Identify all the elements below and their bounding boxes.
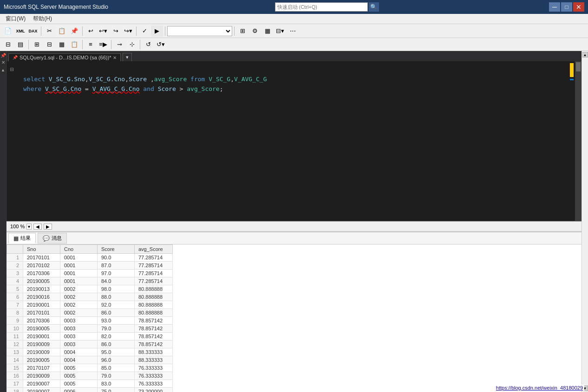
data-cell: 79.0	[98, 325, 135, 333]
row-num-cell: 9	[7, 317, 23, 325]
data-cell: 78.857142	[135, 325, 173, 333]
row-num-cell: 7	[7, 301, 23, 309]
data-cell: 92.0	[98, 301, 135, 309]
data-cell: 20190005	[23, 325, 60, 333]
table-row: 1720190007000583.076.333333	[7, 380, 173, 388]
data-cell: 0002	[60, 285, 98, 293]
col-rownum	[7, 245, 23, 254]
title-bar: Microsoft SQL Server Management Studio 🔍…	[0, 0, 588, 14]
tb2-1[interactable]: ⊟	[2, 39, 14, 50]
tb-extra[interactable]: ⋯	[287, 26, 299, 37]
tab-close-icon[interactable]: ✕	[113, 55, 117, 60]
table-row: 1520170107000585.076.333333	[7, 364, 173, 372]
data-cell: 88.0	[98, 293, 135, 301]
menu-window[interactable]: 窗口(W)	[2, 14, 29, 24]
search-button[interactable]: 🔍	[369, 2, 379, 12]
tb2-7[interactable]: ≡	[85, 39, 97, 50]
tb-paste[interactable]: 📌	[68, 26, 80, 37]
tb2-9[interactable]: ⊸	[113, 39, 125, 50]
tb-new[interactable]: 📄	[2, 26, 14, 37]
tb-filter[interactable]: ⊞	[236, 26, 248, 37]
scroll-left-button[interactable]: ◀	[33, 224, 42, 230]
tb-grid[interactable]: ⊟▾	[274, 26, 286, 37]
data-cell: 77.285714	[135, 277, 173, 285]
close-panel-icon[interactable]: ✕	[1, 60, 5, 65]
tb2-8[interactable]: ≡▶	[97, 39, 109, 50]
editor-area[interactable]: ⊟ select V_SC_G.Sno,V_SC_G.Cno,Score ,av…	[7, 61, 581, 221]
tb-table[interactable]: ▦	[261, 26, 274, 37]
menu-bar: 窗口(W) 帮助(H)	[0, 14, 588, 24]
zoom-dropdown-button[interactable]: ▾	[26, 224, 32, 230]
row-num-cell: 11	[7, 333, 23, 341]
data-cell: 0004	[60, 348, 98, 356]
code-content[interactable]: select V_SC_G.Sno,V_SC_G.Cno,Score ,avg_…	[18, 61, 568, 221]
data-cell: 20190009	[23, 372, 60, 380]
pin-icon[interactable]: 📌	[0, 53, 6, 58]
data-cell: 0002	[60, 293, 98, 301]
results-tab[interactable]: ▦ 结果	[8, 233, 36, 244]
data-cell: 73.200000	[135, 388, 173, 392]
tb-redo[interactable]: ↪	[110, 26, 122, 37]
tb-dax[interactable]: DAX	[27, 26, 39, 37]
scroll-right-button[interactable]: ▶	[44, 224, 52, 230]
quick-search-input[interactable]	[275, 2, 368, 12]
data-cell: 20190007	[23, 380, 60, 388]
tb2-11[interactable]: ↺	[142, 39, 154, 50]
scroll-up-button[interactable]: ▲	[582, 52, 588, 58]
tb2-5[interactable]: ▦	[56, 39, 68, 50]
toolbar-1: 📄 XML DAX ✂ 📋 📌 ↩ ↩▾ ↪ ↪▾ ✓ ▶ ⊞ ⚙ ▦ ⊟▾ ⋯	[0, 24, 588, 38]
tb2-2[interactable]: ▤	[14, 39, 26, 50]
row-num-cell: 6	[7, 293, 23, 301]
tb-copy[interactable]: 📋	[56, 26, 68, 37]
data-cell: 0005	[60, 372, 98, 380]
data-cell: 78.857142	[135, 341, 173, 348]
data-cell: 20170102	[23, 262, 60, 270]
table-row: 220170102000187.077.285714	[7, 262, 173, 270]
tb-undo2[interactable]: ↩▾	[97, 26, 109, 37]
messages-tab[interactable]: 💬 消息	[38, 233, 67, 244]
toolbar-2: ⊟ ▤ ⊞ ⊟ ▦ 📋 ≡ ≡▶ ⊸ ⊹ ↺ ↺▾	[0, 38, 588, 51]
data-cell: 76.333333	[135, 364, 173, 372]
data-cell: 96.0	[98, 356, 135, 364]
maximize-button[interactable]: □	[561, 2, 572, 12]
database-dropdown[interactable]	[167, 26, 232, 36]
add-tab-button[interactable]: ▾	[123, 53, 132, 61]
data-cell: 83.0	[98, 380, 135, 388]
tb2-4[interactable]: ⊟	[43, 39, 55, 50]
tb-run[interactable]: ▶	[151, 26, 163, 37]
tb-redo2[interactable]: ↪▾	[122, 26, 134, 37]
main-right-scrollbar[interactable]: ▲ ▼	[581, 51, 588, 392]
tb2-12[interactable]: ↺▾	[155, 39, 167, 50]
tb2-6[interactable]: 📋	[68, 39, 80, 50]
minimize-button[interactable]: ─	[549, 2, 560, 12]
menu-help[interactable]: 帮助(H)	[29, 14, 56, 24]
results-table-wrapper[interactable]: Sno Cno Score avg_Score 120170101000190.…	[7, 244, 581, 392]
tb-cut[interactable]: ✂	[43, 26, 55, 37]
data-cell: 80.888888	[135, 285, 173, 293]
expand-icon[interactable]: ▲	[1, 68, 6, 72]
data-cell: 86.0	[98, 341, 135, 348]
data-cell: 85.0	[98, 364, 135, 372]
table-row: 620190016000288.080.888888	[7, 293, 173, 301]
row-num-cell: 18	[7, 388, 23, 392]
tb-xml[interactable]: XML	[14, 26, 26, 37]
search-area: 🔍	[275, 2, 379, 12]
data-cell: 0003	[60, 341, 98, 348]
close-button[interactable]: ✕	[573, 2, 584, 12]
data-cell: 78.857142	[135, 317, 173, 325]
tb2-10[interactable]: ⊹	[126, 39, 138, 50]
line-numbers: ⊟	[7, 61, 18, 221]
row-num-cell: 12	[7, 341, 23, 348]
data-cell: 20170306	[23, 317, 60, 325]
data-cell: 0006	[60, 388, 98, 392]
tb2-3[interactable]: ⊞	[31, 39, 43, 50]
tb-settings[interactable]: ⚙	[249, 26, 261, 37]
editor-tab[interactable]: 📌 SQLQuery1.sql - D...IS.DEMO (sa (66))*…	[8, 53, 121, 61]
tb-check[interactable]: ✓	[138, 26, 150, 37]
table-row: 820170101000286.080.888888	[7, 309, 173, 317]
data-cell: 88.333333	[135, 356, 173, 364]
editor-scrollbar[interactable]	[575, 61, 581, 221]
tb-undo[interactable]: ↩	[85, 26, 97, 37]
row-num-cell: 4	[7, 277, 23, 285]
results-table: Sno Cno Score avg_Score 120170101000190.…	[7, 244, 173, 392]
